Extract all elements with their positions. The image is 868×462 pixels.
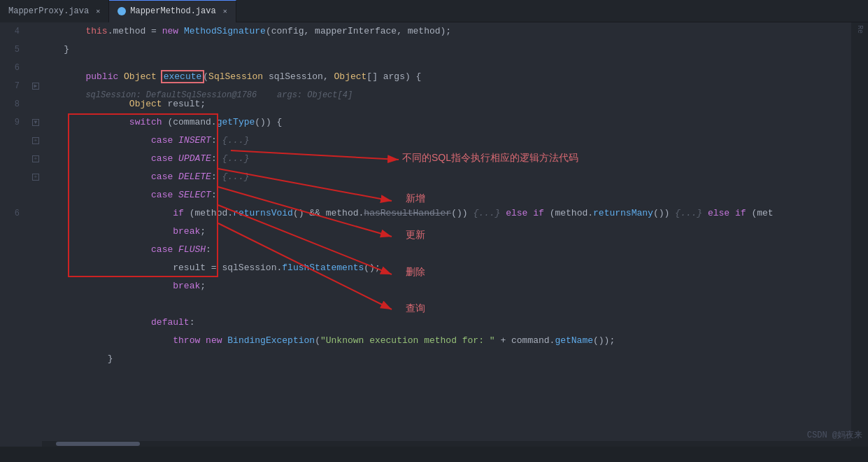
code-line-break2: break; [0, 277, 868, 295]
tab-bar: MapperProxy.java ✕ MapperMethod.java ✕ [0, 0, 868, 22]
tab-mapper-method-close[interactable]: ✕ [223, 7, 227, 15]
tab-mapper-proxy[interactable]: MapperProxy.java ✕ [0, 0, 109, 22]
tab-mapper-method-label: MapperMethod.java [130, 6, 215, 16]
tab-mapper-proxy-close[interactable]: ✕ [96, 7, 100, 15]
scrollbar-thumb[interactable] [56, 442, 140, 446]
watermark: CSDN @妈夜来 [807, 429, 862, 441]
horizontal-scrollbar[interactable] [42, 441, 851, 447]
code-area: 4 this.method = new MethodSignature(conf… [0, 22, 868, 447]
fold-icon[interactable]: ▶ [32, 83, 39, 90]
right-edge-panel: Re [851, 22, 868, 447]
code-line-close: } [0, 350, 868, 368]
tab-mapper-proxy-label: MapperProxy.java [8, 6, 89, 16]
fold-switch-icon[interactable]: ▼ [32, 119, 39, 126]
tab-mapper-method[interactable]: MapperMethod.java ✕ [109, 0, 236, 22]
right-edge-label: Re [856, 25, 864, 34]
code-line-1: 4 this.method = new MethodSignature(conf… [0, 22, 868, 41]
code-lines: 4 this.method = new MethodSignature(conf… [0, 22, 868, 368]
